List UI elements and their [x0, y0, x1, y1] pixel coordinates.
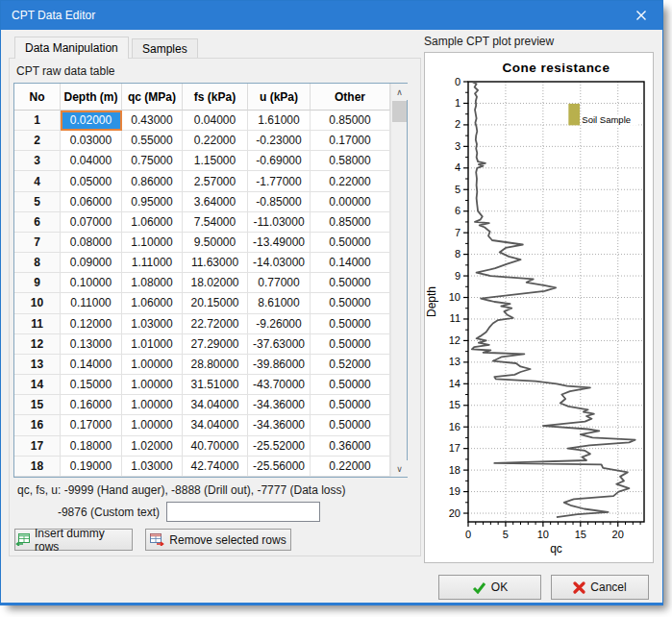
row-number-cell[interactable]: 2	[14, 131, 61, 151]
data-cell[interactable]: 0.22000	[311, 457, 390, 477]
data-cell[interactable]: 0.50000	[311, 233, 390, 253]
data-cell[interactable]: 0.18000	[61, 436, 122, 457]
data-cell[interactable]: 0.52000	[311, 355, 390, 375]
row-number-cell[interactable]: 17	[14, 436, 61, 457]
scrollbar-thumb[interactable]	[392, 101, 407, 122]
row-number-cell[interactable]: 7	[14, 233, 61, 253]
row-number-cell[interactable]: 13	[14, 355, 61, 375]
data-cell[interactable]: 34.04000	[183, 395, 248, 415]
row-number-cell[interactable]: 3	[14, 151, 61, 171]
data-cell[interactable]: 1.06000	[122, 212, 183, 233]
column-header[interactable]: fs (kPa)	[183, 84, 248, 111]
data-cell[interactable]: 0.17000	[311, 131, 390, 151]
row-number-cell[interactable]: 6	[14, 212, 61, 233]
data-cell[interactable]: 0.11000	[61, 293, 122, 313]
data-cell[interactable]: 1.03000	[122, 314, 183, 334]
data-cell[interactable]: 0.12000	[61, 314, 122, 334]
row-number-cell[interactable]: 10	[14, 293, 61, 313]
column-header[interactable]: u (kPa)	[248, 84, 311, 111]
data-cell[interactable]: 1.08000	[122, 273, 183, 293]
data-cell[interactable]: 7.54000	[183, 212, 248, 233]
row-number-cell[interactable]: 11	[14, 314, 61, 334]
data-cell[interactable]: -1.77000	[248, 171, 311, 191]
data-cell[interactable]: -37.63000	[248, 334, 311, 355]
data-cell[interactable]: 0.50000	[311, 293, 390, 313]
data-cell[interactable]: 0.10000	[61, 273, 122, 293]
data-cell[interactable]: 1.00000	[122, 415, 183, 435]
data-cell[interactable]: 11.63000	[183, 253, 248, 273]
data-cell[interactable]: 0.50000	[311, 395, 390, 415]
data-cell[interactable]: 1.11000	[122, 253, 183, 273]
data-cell[interactable]: 0.22000	[311, 171, 390, 191]
table-scrollbar[interactable]: ∧ ∨	[390, 84, 407, 477]
tab-samples[interactable]: Samples	[132, 38, 198, 58]
data-cell[interactable]: 0.86000	[122, 171, 183, 191]
data-cell[interactable]: -13.49000	[248, 233, 311, 253]
insert-dummy-rows-button[interactable]: Insert dummy rows	[14, 529, 133, 551]
data-cell[interactable]: 0.75000	[122, 151, 183, 171]
data-cell[interactable]: 1.15000	[183, 151, 248, 171]
data-cell[interactable]: 22.72000	[183, 314, 248, 334]
data-cell[interactable]: 27.29000	[183, 334, 248, 355]
column-header[interactable]: Depth (m)	[61, 84, 122, 111]
data-cell[interactable]: -11.03000	[248, 212, 311, 233]
data-cell[interactable]: 0.14000	[61, 355, 122, 375]
data-cell[interactable]: 9.50000	[183, 233, 248, 253]
data-cell[interactable]: -14.03000	[248, 253, 311, 273]
ok-button[interactable]: OK	[438, 575, 541, 600]
data-cell[interactable]: -25.56000	[248, 457, 311, 477]
data-cell[interactable]: 18.02000	[183, 273, 248, 293]
data-cell[interactable]: 0.19000	[61, 457, 122, 477]
tab-data-manipulation[interactable]: Data Manipulation	[14, 37, 129, 59]
row-number-cell[interactable]: 12	[14, 334, 61, 355]
row-number-cell[interactable]: 18	[14, 457, 61, 477]
data-cell[interactable]: 1.00000	[122, 355, 183, 375]
row-number-cell[interactable]: 8	[14, 253, 61, 273]
data-cell[interactable]: 1.00000	[122, 375, 183, 395]
cancel-button[interactable]: Cancel	[551, 575, 649, 600]
data-cell[interactable]: -0.23000	[248, 131, 311, 151]
data-cell[interactable]: 0.17000	[61, 415, 122, 435]
data-cell[interactable]: 28.80000	[183, 355, 248, 375]
data-cell[interactable]: 0.95000	[122, 192, 183, 212]
custom-text-input[interactable]	[166, 502, 320, 522]
data-cell[interactable]: 0.05000	[61, 171, 122, 191]
row-number-cell[interactable]: 5	[14, 192, 61, 212]
data-cell[interactable]: 1.01000	[122, 334, 183, 355]
data-cell[interactable]: 0.50000	[311, 314, 390, 334]
row-number-cell[interactable]: 4	[14, 171, 61, 191]
data-cell[interactable]: 31.51000	[183, 375, 248, 395]
column-header[interactable]: Other	[311, 84, 390, 111]
data-cell[interactable]: 0.77000	[248, 273, 311, 293]
selected-cell[interactable]: 0.02000	[61, 111, 122, 131]
data-cell[interactable]: -0.69000	[248, 151, 311, 171]
data-cell[interactable]: 42.74000	[183, 457, 248, 477]
data-cell[interactable]: 3.64000	[183, 192, 248, 212]
row-number-cell[interactable]: 9	[14, 273, 61, 293]
data-cell[interactable]: 0.85000	[311, 111, 390, 131]
data-cell[interactable]: 0.85000	[311, 212, 390, 233]
data-cell[interactable]: 0.08000	[61, 233, 122, 253]
data-cell[interactable]: 0.43000	[122, 111, 183, 131]
data-cell[interactable]: 0.50000	[311, 375, 390, 395]
data-cell[interactable]: 20.15000	[183, 293, 248, 313]
scroll-up-icon[interactable]: ∧	[391, 84, 408, 100]
data-cell[interactable]: 0.50000	[311, 273, 390, 293]
remove-selected-rows-button[interactable]: Remove selected rows	[145, 529, 291, 551]
data-cell[interactable]: 1.03000	[122, 457, 183, 477]
data-cell[interactable]: 0.16000	[61, 395, 122, 415]
data-cell[interactable]: 40.70000	[183, 436, 248, 457]
data-cell[interactable]: -39.86000	[248, 355, 311, 375]
data-cell[interactable]: 0.07000	[61, 212, 122, 233]
data-cell[interactable]: 1.06000	[122, 293, 183, 313]
data-cell[interactable]: 8.61000	[248, 293, 311, 313]
titlebar[interactable]: CPT Data Editor	[1, 1, 662, 30]
data-cell[interactable]: -9.26000	[248, 314, 311, 334]
data-cell[interactable]: 0.09000	[61, 253, 122, 273]
scroll-down-icon[interactable]: ∨	[391, 460, 408, 477]
data-cell[interactable]: 0.04000	[61, 151, 122, 171]
data-cell[interactable]: -43.70000	[248, 375, 311, 395]
data-cell[interactable]: 0.22000	[183, 131, 248, 151]
data-cell[interactable]: 0.00000	[311, 192, 390, 212]
column-header[interactable]: No	[14, 84, 61, 111]
